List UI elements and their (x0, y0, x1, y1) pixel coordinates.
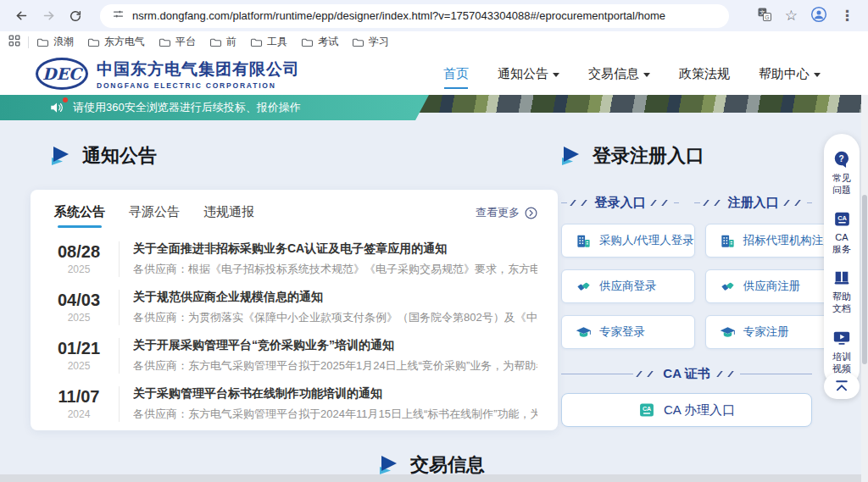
notice-list: 08/28 2025 关于全面推进非招标采购业务CA认证及电子签章应用的通知 各… (31, 228, 558, 428)
back-to-top-button[interactable] (824, 374, 860, 399)
translate-icon[interactable]: 文G (757, 7, 772, 25)
agency-register-button[interactable]: 招标代理机构注册 (705, 224, 836, 258)
notice-row[interactable]: 01/21 2025 关于开展采购管理平台“竞价采购业务”培训的通知 各供应商：… (42, 331, 537, 380)
nav-item-home[interactable]: 首页 (443, 53, 469, 95)
scrollbar-track[interactable] (861, 53, 868, 482)
main-nav: 首页 通知公告 交易信息 政策法规 帮助中心 (443, 53, 821, 95)
apps-grid-icon[interactable] (8, 35, 20, 50)
training-videos-shortcut[interactable]: 培训视频 (832, 322, 852, 382)
bookmark-label: 东方电气 (104, 35, 145, 49)
login-section-title: 登录注册入口 (561, 143, 704, 169)
bookmark-label: 前 (226, 35, 236, 49)
expert-login-button[interactable]: 专家登录 (561, 315, 695, 349)
supplier-register-button[interactable]: 供应商注册 (705, 269, 836, 303)
notice-row[interactable]: 04/03 2025 关于规范供应商企业规模信息的通知 各供应商：为贯彻落实《保… (42, 283, 537, 331)
bookmark-label: 浪潮 (53, 35, 74, 49)
notice-date: 08/28 (42, 242, 115, 262)
arrow-icon (561, 147, 580, 165)
notice-title: 关于规范供应商企业规模信息的通知 (133, 290, 537, 305)
bookmark-folder[interactable]: 平台 (159, 35, 196, 49)
banner-text: 请使用360安全浏览器进行后续投标、报价操作 (73, 100, 301, 115)
menu-dots-icon[interactable]: ⋮ (840, 7, 854, 25)
question-icon: ? (832, 150, 851, 169)
ca-entry-button[interactable]: CA CA 办理入口 (561, 393, 812, 427)
expert-register-button[interactable]: 专家注册 (705, 315, 836, 349)
divider (119, 386, 120, 422)
chevron-down-icon (553, 73, 559, 77)
quick-access-rail: ? 常见问题 CA CA 服务 帮助文档 培训视频 (824, 134, 860, 387)
ca-icon: CA (638, 402, 655, 418)
graduation-cap-icon (576, 324, 592, 341)
notice-desc: 各供应商：为贯彻落实《保障中小企业款项支付条例》（国务院令第802号）及《中小企… (133, 310, 537, 325)
url-text: nsrm.dongfang.com/platform/runtime/epp/d… (132, 9, 665, 22)
faq-shortcut[interactable]: ? 常见问题 (832, 143, 852, 203)
notice-title: 关于全面推进非招标采购业务CA认证及电子签章应用的通知 (133, 241, 537, 257)
profile-avatar[interactable] (810, 6, 827, 26)
register-group-header: 注册入口 (694, 195, 812, 211)
nav-item-trade-info[interactable]: 交易信息 (588, 53, 650, 95)
tab-violation-reports[interactable]: 违规通报 (203, 204, 254, 228)
bookmark-label: 考试 (318, 35, 338, 49)
bookmark-label: 学习 (369, 35, 389, 49)
notice-tabs: 系统公告 寻源公告 违规通报 查看更多 (31, 190, 558, 228)
bookmarks-separator (28, 36, 29, 48)
brand-logo[interactable]: DEC 中国东方电气集团有限公司 DONGFANG ELECTRIC CORPO… (36, 58, 300, 90)
company-name-cn: 中国东方电气集团有限公司 (97, 58, 300, 80)
url-bar[interactable]: nsrm.dongfang.com/platform/runtime/epp/d… (100, 4, 729, 28)
supplier-login-button[interactable]: 供应商登录 (561, 269, 695, 303)
nav-item-notices[interactable]: 通知公告 (498, 53, 559, 95)
page-bottom-strip (0, 474, 861, 482)
scrollbar-thumb[interactable] (862, 195, 867, 364)
notice-card: 系统公告 寻源公告 违规通报 查看更多 08/28 2025 关于全面推进非招标… (31, 190, 558, 430)
nav-item-help-center[interactable]: 帮助中心 (759, 53, 821, 95)
notice-year: 2025 (42, 312, 115, 324)
tab-system-notices[interactable]: 系统公告 (54, 204, 105, 228)
notification-dot (63, 97, 68, 102)
notice-year: 2025 (42, 360, 115, 372)
building-icon (576, 233, 592, 249)
divider (119, 338, 120, 374)
site-header: DEC 中国东方电气集团有限公司 DONGFANG ELECTRIC CORPO… (0, 53, 868, 95)
notice-desc: 各供应商：根据《电子招标投标系统技术规范》《电子采购交易规范》要求，东方电气采购… (133, 262, 537, 277)
site-settings-icon[interactable] (112, 8, 125, 24)
notice-desc: 各供应商：东方电气采购管理平台拟于2025年1月24日上线“竞价采购”业务，为帮… (133, 358, 537, 374)
purchaser-login-button[interactable]: 采购人/代理人登录 (561, 224, 695, 258)
ca-service-shortcut[interactable]: CA CA 服务 (832, 203, 852, 263)
svg-text:G: G (765, 14, 769, 19)
forward-icon[interactable] (37, 5, 59, 27)
notice-row[interactable]: 11/07 2024 关于采购管理平台标书在线制作功能培训的通知 各供应商：东方… (42, 380, 537, 428)
bookmark-star-icon[interactable]: ☆ (785, 7, 798, 25)
book-icon (832, 269, 851, 287)
notices-section-title: 通知公告 (51, 143, 157, 169)
circle-arrow-icon (525, 207, 537, 219)
divider (119, 241, 120, 277)
bookmark-folder[interactable]: 前 (209, 35, 236, 49)
chevron-down-icon (643, 73, 650, 77)
view-more-link[interactable]: 查看更多 (476, 205, 537, 227)
nav-item-policies[interactable]: 政策法规 (679, 53, 730, 95)
arrow-icon (51, 147, 70, 165)
bookmark-folder[interactable]: 考试 (301, 35, 338, 49)
notice-year: 2025 (42, 263, 115, 275)
notice-title: 关于采购管理平台标书在线制作功能培训的通知 (133, 386, 537, 402)
arrow-icon (379, 456, 398, 474)
help-docs-shortcut[interactable]: 帮助文档 (832, 262, 852, 322)
refresh-icon[interactable] (64, 5, 86, 27)
bookmark-folder[interactable]: 浪潮 (36, 35, 74, 49)
notice-row[interactable]: 08/28 2025 关于全面推进非招标采购业务CA认证及电子签章应用的通知 各… (42, 235, 537, 283)
bookmark-folder[interactable]: 学习 (352, 35, 389, 49)
ca-icon: CA (833, 210, 851, 228)
browser-warning-banner: 请使用360安全浏览器进行后续投标、报价操作 (0, 95, 429, 120)
notice-date: 11/07 (42, 387, 115, 407)
svg-text:?: ? (839, 154, 844, 163)
bookmark-folder[interactable]: 东方电气 (87, 35, 145, 49)
notice-year: 2024 (42, 408, 115, 420)
login-panel: 登录入口 注册入口 采购人/代理人登录 招标代理机构注册 供应商登录 供应商注册 (561, 195, 812, 427)
back-icon[interactable] (10, 5, 32, 27)
bookmark-folder[interactable]: 工具 (250, 35, 287, 49)
ca-group-header: CA 证书 (561, 366, 812, 382)
bookmark-label: 平台 (175, 35, 196, 49)
svg-text:CA: CA (643, 406, 651, 413)
tab-sourcing-notices[interactable]: 寻源公告 (129, 204, 180, 228)
chevron-down-icon (814, 73, 821, 77)
